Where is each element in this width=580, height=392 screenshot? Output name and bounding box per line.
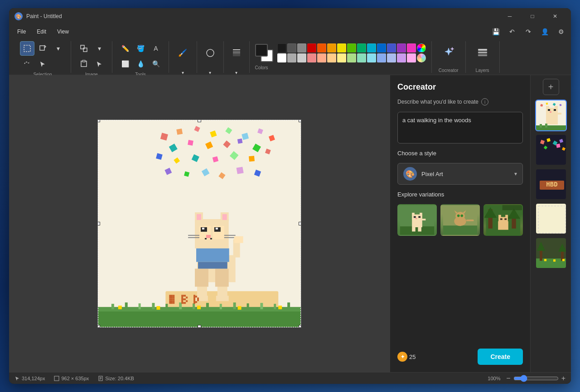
minimize-button[interactable]: ─ [499, 10, 520, 23]
swatch-white[interactable] [277, 53, 286, 62]
fill-button[interactable]: 🪣 [133, 41, 148, 56]
swatch-light-pink[interactable] [407, 53, 416, 62]
selection-more-button[interactable]: ▾ [51, 41, 65, 56]
handle-middle-left[interactable] [97, 222, 100, 225]
layer-thumb-2[interactable] [535, 134, 567, 166]
selection-arrow-button[interactable] [35, 57, 50, 71]
swatch-blue[interactable] [377, 43, 386, 53]
swatch-light-indigo[interactable] [387, 53, 396, 62]
swatch-palette[interactable] [417, 43, 426, 53]
zoom-out-button[interactable]: − [506, 374, 510, 382]
handle-bottom-right[interactable] [299, 325, 301, 328]
style-dropdown[interactable]: 🎨 Pixel Art ▾ [397, 163, 523, 185]
svg-point-130 [457, 215, 460, 217]
swatch-cyan[interactable] [367, 43, 376, 53]
handle-top-middle[interactable] [198, 120, 201, 122]
canvas[interactable] [97, 120, 301, 328]
image-resize-button[interactable] [77, 41, 91, 56]
menu-file[interactable]: File [13, 27, 30, 37]
swatch-yellow[interactable] [337, 43, 346, 53]
handle-bottom-middle[interactable] [198, 325, 201, 328]
close-button[interactable]: ✕ [545, 10, 566, 23]
svg-point-131 [460, 215, 463, 217]
swatch-black[interactable] [277, 43, 286, 53]
menu-view[interactable]: View [53, 27, 73, 37]
swatch-pink[interactable] [407, 43, 416, 53]
add-layer-button[interactable]: + [543, 79, 559, 95]
svg-rect-184 [54, 376, 59, 381]
selection-freeform-button[interactable] [20, 57, 34, 71]
info-icon[interactable]: i [481, 98, 488, 105]
svg-rect-155 [540, 124, 542, 128]
layers-toolbar-button[interactable] [471, 41, 494, 64]
swatch-orange[interactable] [317, 43, 326, 53]
canvas-area[interactable] [9, 75, 390, 372]
settings-button[interactable]: ⚙ [555, 25, 567, 38]
swatch-teal[interactable] [357, 43, 366, 53]
svg-text:HBD: HBD [546, 181, 557, 188]
swatch-light-blue[interactable] [377, 53, 386, 62]
image-paste-button[interactable] [77, 57, 91, 71]
swatch-light-amber[interactable] [327, 53, 336, 62]
swatch-indigo[interactable] [387, 43, 396, 53]
layer-thumb-5[interactable] [535, 237, 567, 269]
shapes-button[interactable] [203, 41, 218, 65]
foreground-color[interactable] [255, 44, 268, 57]
undo-button[interactable]: ↶ [506, 25, 518, 38]
handle-bottom-left[interactable] [97, 325, 100, 328]
maximize-button[interactable]: □ [522, 10, 543, 23]
svg-rect-141 [505, 215, 508, 219]
brush-button[interactable]: 🖌️ [175, 41, 190, 65]
swatch-light-cyan[interactable] [367, 53, 376, 62]
layer-thumb-3[interactable]: HBD [535, 168, 567, 200]
svg-rect-142 [500, 218, 503, 220]
swatch-red[interactable] [307, 43, 316, 53]
swatch-dark-gray[interactable] [287, 43, 296, 53]
variation-item-1[interactable] [397, 204, 437, 236]
swatch-light-gray2[interactable] [287, 53, 296, 62]
cocreator-toolbar-button[interactable] [437, 41, 460, 64]
swatch-amber[interactable] [327, 43, 336, 53]
menu-edit[interactable]: Edit [32, 27, 51, 37]
handle-middle-right[interactable] [299, 222, 301, 225]
svg-rect-172 [536, 204, 567, 234]
swatch-light-gray[interactable] [297, 53, 306, 62]
menu-bar: File Edit View 💾 ↶ ↷ 👤 ⚙ [9, 24, 571, 39]
image-more-button[interactable]: ▾ [92, 41, 106, 56]
prompt-textarea[interactable]: a cat walking in the woods [397, 112, 523, 143]
create-button[interactable]: Create [478, 349, 523, 365]
swatch-purple[interactable] [397, 43, 406, 53]
swatch-gray[interactable] [297, 43, 306, 53]
zoom-in-button[interactable]: + [561, 374, 566, 382]
tools-group: ✏️ 🪣 A ⬜ 💧 🔍 Tools [112, 41, 169, 73]
text-button[interactable]: A [149, 41, 163, 56]
swatch-light-orange[interactable] [317, 53, 326, 62]
swatch-light-red[interactable] [307, 53, 316, 62]
swatch-light-green[interactable] [347, 53, 356, 62]
zoom-slider[interactable] [513, 375, 559, 382]
eraser-button[interactable]: ⬜ [118, 57, 132, 71]
layer-thumb-1[interactable] [535, 100, 567, 131]
svg-rect-144 [503, 205, 522, 210]
size-button[interactable] [229, 41, 244, 65]
selection-rotate-button[interactable] [35, 41, 50, 56]
variation-item-2[interactable] [440, 204, 480, 236]
handle-top-right[interactable] [299, 120, 301, 122]
swatch-light-purple[interactable] [397, 53, 406, 62]
svg-rect-153 [556, 113, 561, 115]
swatch-light-yellow[interactable] [337, 53, 346, 62]
selection-rect-button[interactable] [20, 41, 34, 56]
swatch-palette2[interactable] [417, 53, 426, 62]
magnify-button[interactable]: 🔍 [149, 57, 163, 71]
layer-thumb-4[interactable] [535, 203, 567, 234]
swatch-green[interactable] [347, 43, 356, 53]
handle-top-left[interactable] [97, 120, 100, 122]
profile-button[interactable]: 👤 [538, 25, 551, 38]
variation-item-3[interactable] [483, 204, 523, 236]
save-button[interactable]: 💾 [489, 25, 502, 38]
color-picker-button[interactable]: 💧 [133, 57, 148, 71]
image-arrow-button[interactable] [92, 57, 106, 71]
pencil-button[interactable]: ✏️ [118, 41, 132, 56]
swatch-light-teal[interactable] [357, 53, 366, 62]
redo-button[interactable]: ↷ [522, 25, 535, 38]
